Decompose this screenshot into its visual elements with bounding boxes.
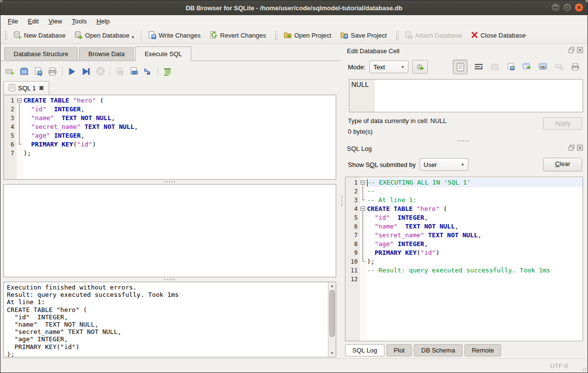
- sql-code-editor[interactable]: 1−CREATE TABLE "hero" (2 "id" INTEGER,3 …: [3, 95, 336, 180]
- menu-help[interactable]: Help: [92, 17, 114, 26]
- toolbar-drag-handle[interactable]: [395, 30, 399, 41]
- copy-link-icon[interactable]: [538, 62, 548, 72]
- edit-cell-title: Edit Database Cell: [347, 47, 400, 55]
- open-sql-file-icon[interactable]: [20, 67, 29, 76]
- print-cell-icon[interactable]: [570, 62, 580, 72]
- save-project-button[interactable]: Save Project: [336, 29, 391, 42]
- encoding-indicator[interactable]: UTF-8: [550, 362, 568, 370]
- close-sql-tab-icon[interactable]: ✖: [39, 84, 44, 92]
- auto-switch-mode-button[interactable]: [412, 60, 428, 74]
- float-panel-icon[interactable]: [568, 145, 575, 152]
- format-sql-icon[interactable]: [163, 67, 172, 76]
- open-database-label: Open Database: [85, 32, 129, 39]
- find-in-sql-icon[interactable]: [129, 67, 139, 76]
- open-database-button[interactable]: Open Database ▼: [70, 29, 139, 42]
- mode-select[interactable]: Text▼: [369, 61, 408, 73]
- code-line: 6 PRIMARY KEY("id"): [4, 140, 336, 149]
- execution-output-text[interactable]: Execution finished without errors. Resul…: [4, 282, 328, 357]
- open-database-dropdown-arrow[interactable]: ▼: [131, 35, 135, 41]
- open-project-icon: [284, 31, 292, 41]
- attach-database-icon: [405, 31, 413, 41]
- import-cell-icon: [490, 62, 500, 72]
- query-results-grid[interactable]: [3, 184, 336, 277]
- write-changes-button[interactable]: Write Changes: [143, 29, 205, 42]
- clear-log-button[interactable]: Clear: [543, 158, 582, 171]
- menu-tools[interactable]: Tools: [67, 17, 91, 26]
- log-filter-select[interactable]: User▼: [420, 158, 468, 171]
- dock-splitter[interactable]: [344, 138, 583, 144]
- close-database-button[interactable]: Close Database: [466, 29, 530, 42]
- open-database-icon: [74, 31, 82, 41]
- edit-cell-header: Edit Database Cell: [344, 46, 583, 56]
- menu-file[interactable]: File: [3, 17, 22, 26]
- new-database-icon: [13, 31, 21, 41]
- maximize-button[interactable]: [563, 3, 572, 12]
- new-database-button[interactable]: New Database: [9, 29, 70, 42]
- code-line: 1−-- EXECUTING ALL IN 'SQL 1': [345, 178, 583, 187]
- write-changes-icon: [148, 31, 156, 41]
- text-view-icon[interactable]: [453, 60, 467, 74]
- open-in-app-icon[interactable]: [522, 62, 532, 72]
- menu-edit[interactable]: Edit: [23, 17, 43, 26]
- float-panel-icon[interactable]: [568, 47, 575, 55]
- open-project-label: Open Project: [294, 32, 331, 39]
- save-sql-file-icon[interactable]: [34, 67, 43, 76]
- close-button[interactable]: ✕: [574, 3, 584, 12]
- word-wrap-icon[interactable]: [474, 62, 484, 72]
- tab-sql-log[interactable]: SQL Log: [345, 344, 385, 356]
- execute-sql-pane: Database Structure Browse Data Execute S…: [0, 44, 340, 358]
- set-null-icon: [554, 62, 564, 72]
- open-project-button[interactable]: Open Project: [279, 29, 336, 42]
- editor-results-splitter[interactable]: [3, 180, 336, 184]
- sql-log-title: SQL Log: [347, 145, 372, 152]
- new-sql-tab-icon[interactable]: [5, 67, 15, 76]
- menu-view[interactable]: View: [44, 17, 66, 26]
- autocomplete-icon[interactable]: ba: [143, 67, 153, 76]
- tab-browse-data[interactable]: Browse Data: [79, 47, 134, 61]
- results-scrollbar[interactable]: ▲ ▼: [328, 282, 336, 357]
- resize-grip[interactable]: [581, 366, 587, 372]
- scrollbar-thumb[interactable]: [329, 290, 335, 337]
- export-results-icon: [115, 67, 124, 76]
- show-sql-label: Show SQL submitted by: [348, 161, 416, 168]
- sql-tabbar: SQL 1 ✖: [3, 81, 336, 95]
- main-toolbar: New Database Open Database ▼ Write Chang…: [0, 27, 588, 44]
- write-changes-label: Write Changes: [159, 32, 201, 39]
- mode-value: Text: [373, 63, 385, 71]
- minimize-button[interactable]: —: [551, 3, 560, 12]
- code-line: 1−CREATE TABLE "hero" (: [4, 96, 336, 105]
- export-cell-icon[interactable]: [506, 62, 516, 72]
- cell-type-info: Type of data currently in cell: NULL: [348, 117, 446, 124]
- close-database-label: Close Database: [481, 32, 526, 39]
- code-line: 4−CREATE TABLE "hero" (: [345, 205, 583, 213]
- code-line: 10);: [345, 257, 583, 266]
- tab-remote[interactable]: Remote: [465, 344, 502, 356]
- cell-value-editor[interactable]: NULL: [349, 79, 583, 112]
- revert-changes-button[interactable]: Revert Changes: [205, 29, 270, 42]
- titlebar: DB Browser for SQLite - /home/user/code/…: [0, 0, 588, 15]
- toolbar-drag-handle[interactable]: [4, 30, 7, 41]
- execute-all-icon[interactable]: [67, 67, 77, 76]
- tab-execute-sql[interactable]: Execute SQL: [135, 46, 191, 61]
- sql-log-header: SQL Log: [344, 144, 583, 153]
- main-vertical-splitter[interactable]: [340, 44, 344, 358]
- tab-db-schema[interactable]: DB Schema: [414, 344, 462, 356]
- sql1-tab-label: SQL 1: [18, 84, 36, 92]
- scroll-down-arrow[interactable]: ▼: [328, 350, 336, 357]
- code-line: 7);: [4, 149, 336, 158]
- tab-database-structure[interactable]: Database Structure: [4, 47, 78, 61]
- sql-log-editor[interactable]: 1−-- EXECUTING ALL IN 'SQL 1'2--3-- At l…: [345, 177, 583, 341]
- print-sql-icon[interactable]: [48, 67, 57, 76]
- results-log-splitter[interactable]: [3, 277, 336, 282]
- save-project-label: Save Project: [351, 32, 387, 39]
- sql1-tab[interactable]: SQL 1 ✖: [3, 81, 49, 95]
- chevron-down-icon: ▼: [461, 163, 465, 167]
- scroll-up-arrow[interactable]: ▲: [328, 282, 336, 290]
- close-panel-icon[interactable]: [577, 47, 583, 55]
- close-panel-icon[interactable]: [577, 145, 583, 152]
- execute-line-icon[interactable]: [81, 67, 91, 76]
- tab-plot[interactable]: Plot: [386, 344, 412, 356]
- toolbar-drag-handle[interactable]: [274, 30, 278, 41]
- revert-changes-icon: [209, 31, 218, 41]
- save-project-icon: [340, 31, 348, 41]
